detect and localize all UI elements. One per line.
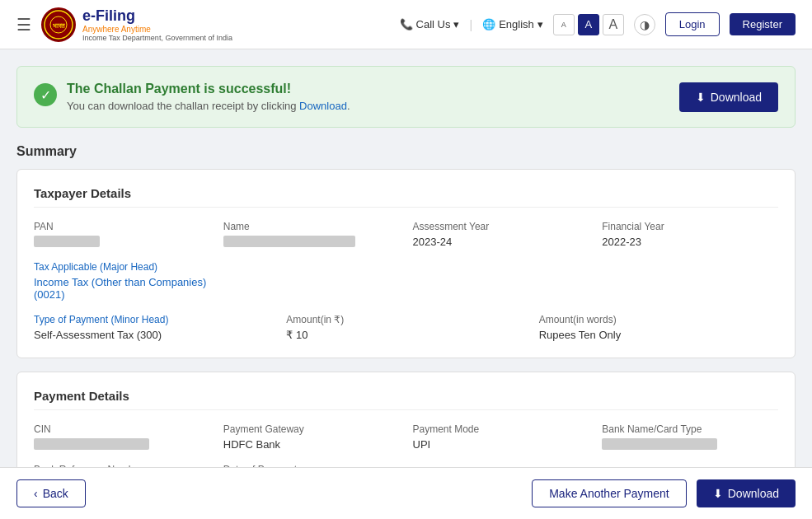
hamburger-icon[interactable]: ☰ xyxy=(16,15,31,35)
download-bottom-label: Download xyxy=(728,487,779,500)
divider-1: | xyxy=(469,18,472,31)
taxpayer-card-title: Taxpayer Details xyxy=(34,186,778,208)
footer-right: Make Another Payment ⬇ Download xyxy=(532,479,796,507)
download-top-button[interactable]: ⬇ Download xyxy=(679,82,778,112)
payment-gateway-item: Payment Gateway HDFC Bank xyxy=(223,423,400,451)
pan-item: PAN xyxy=(34,221,210,248)
success-title: The Challan Payment is successful! xyxy=(67,82,350,96)
back-label: Back xyxy=(43,487,68,500)
success-left: ✓ The Challan Payment is successful! You… xyxy=(34,82,350,112)
font-large-btn[interactable]: A xyxy=(603,14,624,35)
language-selector[interactable]: 🌐 English ▾ xyxy=(482,18,543,30)
pan-label: PAN xyxy=(34,221,210,232)
amount-words-item: Amount(in words) Rupees Ten Only xyxy=(539,314,778,341)
header: ☰ भारत e-Filing Anywhere Anytime Income … xyxy=(0,0,812,49)
name-item: Name xyxy=(223,221,400,248)
back-button[interactable]: ‹ Back xyxy=(16,479,86,507)
cin-item: CIN xyxy=(34,423,210,451)
financial-year-item: Financial Year 2022-23 xyxy=(602,221,778,248)
logo-emblem: भारत xyxy=(41,7,76,42)
amount-inr-item: Amount(in ₹) ₹ 10 xyxy=(286,314,525,341)
back-icon: ‹ xyxy=(34,487,38,500)
globe-icon: 🌐 xyxy=(482,18,495,30)
amount-inr-label: Amount(in ₹) xyxy=(286,314,525,325)
make-another-payment-button[interactable]: Make Another Payment xyxy=(532,479,687,507)
payment-gateway-label: Payment Gateway xyxy=(223,423,400,435)
footer-bar: ‹ Back Make Another Payment ⬇ Download xyxy=(0,467,812,519)
payment-grid-top: CIN Payment Gateway HDFC Bank Payment Mo… xyxy=(34,423,778,451)
name-value xyxy=(223,236,355,247)
download-bottom-icon: ⬇ xyxy=(713,487,723,500)
tax-applicable-label: Tax Applicable (Major Head) xyxy=(34,261,778,273)
taxpayer-card: Taxpayer Details PAN Name Assessment Yea… xyxy=(16,169,796,358)
lang-chevron: ▾ xyxy=(537,18,543,30)
minor-head-label: Type of Payment (Minor Head) xyxy=(34,314,273,325)
language-label: English xyxy=(499,18,534,30)
download-bottom-button[interactable]: ⬇ Download xyxy=(697,479,796,507)
payment-mode-label: Payment Mode xyxy=(413,423,589,435)
assessment-year-item: Assessment Year 2023-24 xyxy=(413,221,589,248)
payment-mode-value: UPI xyxy=(413,438,589,451)
tax-applicable-item: Tax Applicable (Major Head) Income Tax (… xyxy=(34,261,778,301)
logo-text: e-Filing Anywhere Anytime Income Tax Dep… xyxy=(82,7,232,42)
svg-text:भारत: भारत xyxy=(53,22,65,30)
main-content: ✓ The Challan Payment is successful! You… xyxy=(0,49,812,519)
bank-name-label: Bank Name/Card Type xyxy=(602,423,778,435)
logo-efiling: e-Filing Anywhere Anytime xyxy=(82,7,232,34)
name-label: Name xyxy=(223,221,400,232)
font-medium-btn[interactable]: A xyxy=(578,14,599,35)
success-icon: ✓ xyxy=(34,83,57,106)
call-us-chevron: ▾ xyxy=(453,18,459,30)
amount-inr-value: ₹ 10 xyxy=(286,329,525,341)
taxpayer-grid-top: PAN Name Assessment Year 2023-24 Financi… xyxy=(34,221,778,248)
header-right: 📞 Call Us ▾ | 🌐 English ▾ A A A ◑ Login … xyxy=(400,12,796,36)
font-controls: A A A xyxy=(553,14,624,35)
login-button[interactable]: Login xyxy=(665,12,720,36)
taxpayer-grid-bottom: Type of Payment (Minor Head) Self-Assess… xyxy=(34,314,778,341)
success-subtitle: You can download the challan receipt by … xyxy=(67,100,350,112)
financial-year-value: 2022-23 xyxy=(602,236,778,248)
amount-words-label: Amount(in words) xyxy=(539,314,778,325)
phone-icon: 📞 xyxy=(400,18,413,30)
payment-gateway-value: HDFC Bank xyxy=(223,438,400,451)
cin-label: CIN xyxy=(34,423,210,435)
payment-mode-item: Payment Mode UPI xyxy=(413,423,589,451)
download-link[interactable]: Download xyxy=(299,100,347,112)
contrast-btn[interactable]: ◑ xyxy=(634,14,655,35)
logo-area: भारत e-Filing Anywhere Anytime Income Ta… xyxy=(41,7,232,42)
cin-value xyxy=(34,438,149,450)
assessment-year-value: 2023-24 xyxy=(413,236,589,248)
call-us-label: Call Us xyxy=(416,18,451,30)
bank-name-value xyxy=(602,438,717,450)
amount-words-value: Rupees Ten Only xyxy=(539,329,778,341)
minor-head-value: Self-Assessment Tax (300) xyxy=(34,329,273,341)
call-us[interactable]: 📞 Call Us ▾ xyxy=(400,18,460,30)
download-top-icon: ⬇ xyxy=(696,91,706,104)
success-banner: ✓ The Challan Payment is successful! You… xyxy=(16,66,796,128)
bank-name-item: Bank Name/Card Type xyxy=(602,423,778,451)
register-button[interactable]: Register xyxy=(730,13,796,35)
download-top-label: Download xyxy=(711,91,762,104)
pan-value xyxy=(34,236,100,247)
success-text: The Challan Payment is successful! You c… xyxy=(67,82,350,112)
payment-card-title: Payment Details xyxy=(34,389,778,410)
tax-applicable-value: Income Tax (Other than Companies) (0021) xyxy=(34,276,778,301)
font-small-btn[interactable]: A xyxy=(553,14,575,35)
assessment-year-label: Assessment Year xyxy=(413,221,589,232)
logo-subtitle: Income Tax Department, Government of Ind… xyxy=(82,34,232,42)
financial-year-label: Financial Year xyxy=(602,221,778,232)
header-left: ☰ भारत e-Filing Anywhere Anytime Income … xyxy=(16,7,232,42)
minor-head-item: Type of Payment (Minor Head) Self-Assess… xyxy=(34,314,273,341)
summary-title: Summary xyxy=(16,144,796,159)
